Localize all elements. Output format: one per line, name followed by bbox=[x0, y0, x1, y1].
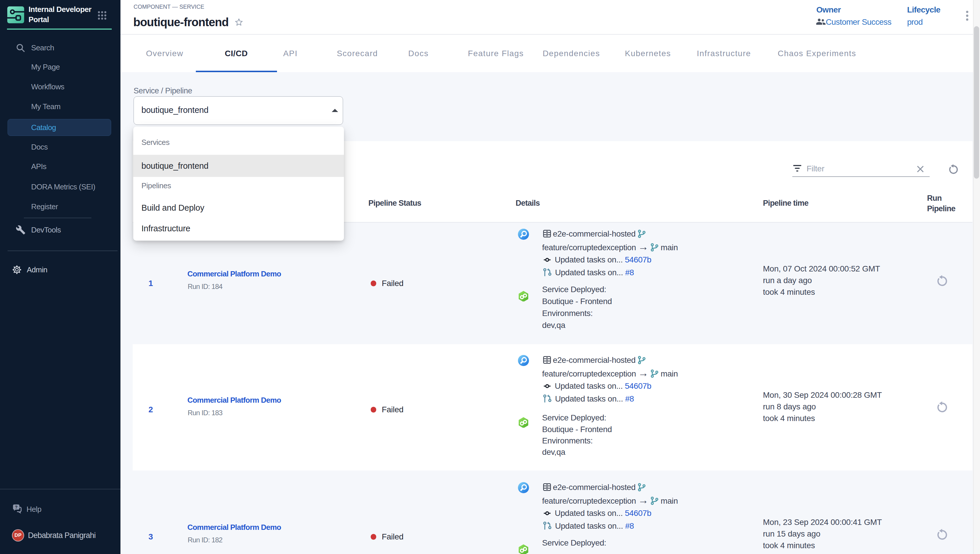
svg-text:?: ? bbox=[15, 505, 18, 509]
